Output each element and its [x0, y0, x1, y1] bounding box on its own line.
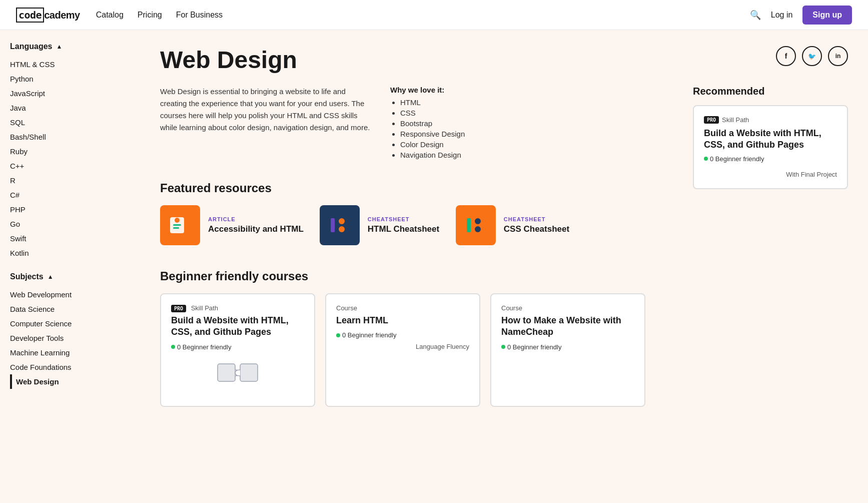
svg-point-1: [175, 218, 180, 223]
why-love-list: HTML CSS Bootstrap Responsive Design Col…: [390, 98, 465, 159]
subjects-title: Subjects: [10, 272, 44, 281]
recommended-card[interactable]: PRO Skill Path Build a Website with HTML…: [693, 105, 848, 189]
rec-card-header: PRO Skill Path: [704, 116, 837, 124]
accessibility-thumb-icon: [168, 213, 192, 237]
recommended-title: Recommended: [693, 86, 848, 97]
beginner-badge-2: 0 Beginner friendly: [336, 331, 469, 339]
featured-card-info-css: CHEATSHEET CSS Cheatsheet: [504, 216, 569, 234]
beginner-label-3: 0 Beginner friendly: [507, 343, 561, 351]
beginner-section-title: Beginner friendly courses: [160, 269, 677, 283]
logo-code: code: [16, 8, 44, 23]
navbar: codecademy Catalog Pricing For Business …: [0, 0, 868, 30]
why-love-item-responsive: Responsive Design: [400, 130, 465, 138]
sidebar-item-html-css[interactable]: HTML & CSS: [10, 57, 130, 72]
sidebar-item-machine-learning[interactable]: Machine Learning: [10, 345, 130, 360]
login-button[interactable]: Log in: [771, 11, 793, 20]
svg-rect-10: [218, 364, 235, 381]
rec-green-dot: [704, 157, 708, 161]
page-layout: Languages ▲ HTML & CSS Python JavaScript…: [0, 30, 868, 503]
sidebar-item-code-foundations[interactable]: Code Foundations: [10, 360, 130, 374]
sidebar-item-swift[interactable]: Swift: [10, 231, 130, 246]
beginner-label-2: 0 Beginner friendly: [342, 331, 396, 339]
beginner-badge-3: 0 Beginner friendly: [501, 343, 634, 351]
sidebar-item-sql[interactable]: SQL: [10, 115, 130, 130]
final-project-label: With Final Project: [704, 171, 837, 178]
sidebar-item-kotlin[interactable]: Kotlin: [10, 246, 130, 260]
twitter-icon: 🐦: [808, 53, 816, 60]
social-icons: f 🐦 in: [776, 46, 848, 66]
page-title: Web Design: [160, 46, 297, 74]
sidebar-item-bash[interactable]: Bash/Shell: [10, 130, 130, 144]
svg-rect-2: [173, 224, 181, 226]
green-dot-3: [501, 345, 505, 349]
featured-card-css-cheatsheet[interactable]: CHEATSHEET CSS Cheatsheet: [456, 205, 576, 245]
linkedin-share-button[interactable]: in: [828, 46, 848, 66]
why-love-item-html: HTML: [400, 98, 465, 107]
featured-card-html-cheatsheet[interactable]: CHEATSHEET HTML Cheatsheet: [320, 205, 440, 245]
sidebar-item-javascript[interactable]: JavaScript: [10, 86, 130, 101]
course-card-build-website[interactable]: PRO Skill Path Build a Website with HTML…: [160, 293, 315, 407]
featured-row: ARTICLE Accessibility and HTML: [160, 205, 677, 245]
facebook-share-button[interactable]: f: [776, 46, 796, 66]
puzzle-icon: [213, 359, 263, 394]
why-love-item-css: CSS: [400, 109, 465, 117]
svg-point-8: [475, 218, 481, 224]
beginner-badge-1: 0 Beginner friendly: [171, 343, 304, 351]
sidebar-item-python[interactable]: Python: [10, 72, 130, 86]
sidebar-item-php[interactable]: PHP: [10, 202, 130, 217]
nav-catalog[interactable]: Catalog: [96, 11, 124, 20]
svg-rect-11: [240, 364, 258, 381]
pro-badge-1: PRO: [171, 305, 186, 312]
course-title-3: How to Make a Website with NameCheap: [501, 315, 634, 338]
logo[interactable]: codecademy: [16, 9, 80, 21]
languages-title: Languages: [10, 42, 52, 51]
sidebar: Languages ▲ HTML & CSS Python JavaScript…: [0, 30, 140, 503]
sidebar-item-csharp[interactable]: C#: [10, 188, 130, 202]
sidebar-item-r[interactable]: R: [10, 173, 130, 188]
linkedin-icon: in: [835, 53, 841, 60]
rec-card-title: Build a Website with HTML, CSS, and Gith…: [704, 128, 837, 151]
green-dot-1: [171, 345, 175, 349]
featured-type-css: CHEATSHEET: [504, 216, 569, 222]
featured-thumb-accessibility: [160, 205, 200, 245]
nav-pricing[interactable]: Pricing: [138, 11, 162, 20]
sidebar-item-java[interactable]: Java: [10, 101, 130, 115]
course-label-1: Skill Path: [191, 304, 218, 312]
svg-rect-4: [331, 218, 335, 232]
description-row: Web Design is essential to bringing a we…: [160, 86, 677, 161]
featured-card-info-html: CHEATSHEET HTML Cheatsheet: [368, 216, 439, 234]
search-icon: 🔍: [750, 10, 761, 20]
signup-button[interactable]: Sign up: [802, 6, 852, 25]
sidebar-item-data-science[interactable]: Data Science: [10, 302, 130, 316]
svg-rect-7: [467, 218, 471, 232]
course-illustration-1: [171, 359, 304, 396]
description-text: Web Design is essential to bringing a we…: [160, 86, 370, 161]
page-header: Web Design f 🐦 in: [160, 46, 848, 74]
why-love-item-bootstrap: Bootstrap: [400, 119, 465, 128]
recommended-panel: Recommended PRO Skill Path Build a Websi…: [693, 86, 848, 407]
sidebar-item-developer-tools[interactable]: Developer Tools: [10, 331, 130, 345]
featured-type-accessibility: ARTICLE: [208, 216, 304, 222]
sidebar-item-computer-science[interactable]: Computer Science: [10, 316, 130, 331]
sidebar-item-web-development[interactable]: Web Development: [10, 287, 130, 302]
nav-for-business[interactable]: For Business: [176, 11, 223, 20]
featured-card-accessibility[interactable]: ARTICLE Accessibility and HTML: [160, 205, 304, 245]
subjects-section-title[interactable]: Subjects ▲: [10, 272, 130, 281]
sidebar-item-ruby[interactable]: Ruby: [10, 144, 130, 159]
languages-section-title[interactable]: Languages ▲: [10, 42, 130, 51]
featured-title-css: CSS Cheatsheet: [504, 224, 569, 234]
sidebar-item-go[interactable]: Go: [10, 217, 130, 231]
css-cheatsheet-icon: [464, 213, 488, 237]
sidebar-item-cpp[interactable]: C++: [10, 159, 130, 173]
courses-row: PRO Skill Path Build a Website with HTML…: [160, 293, 677, 407]
twitter-share-button[interactable]: 🐦: [802, 46, 822, 66]
course-card-learn-html[interactable]: Course Learn HTML 0 Beginner friendly La…: [325, 293, 480, 407]
course-type-3: Course: [501, 304, 634, 312]
search-button[interactable]: 🔍: [750, 10, 761, 21]
sidebar-item-web-design[interactable]: Web Design: [10, 374, 130, 389]
course-type-2: Course: [336, 304, 469, 312]
course-card-namecheap[interactable]: Course How to Make a Website with NameCh…: [490, 293, 645, 407]
why-love-title: Why we love it:: [390, 86, 465, 94]
rec-beginner-label: 0 Beginner friendly: [710, 155, 764, 163]
content-with-sidebar: Web Design is essential to bringing a we…: [160, 86, 848, 407]
